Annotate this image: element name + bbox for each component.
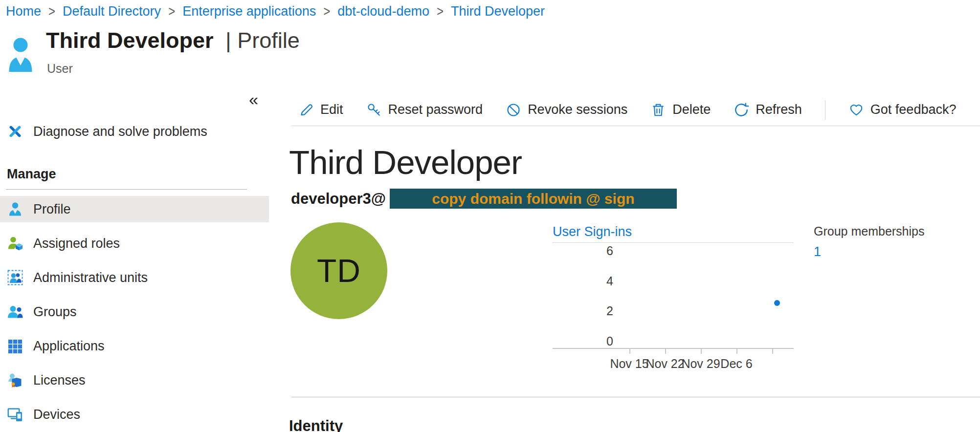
azure-user-profile-page: Home>Default Directory>Enterprise applic… — [0, 0, 980, 432]
licenses-icon — [7, 372, 23, 389]
chart-y-tick-label: 0 — [600, 334, 620, 348]
profile-icon — [7, 201, 23, 217]
applications-icon — [7, 338, 23, 354]
edit-button[interactable]: Edit — [298, 102, 343, 118]
chart-tick-mark — [665, 348, 666, 354]
reset-password-button[interactable]: Reset password — [366, 102, 483, 118]
delete-button[interactable]: Delete — [650, 102, 711, 118]
group-memberships-block: Group memberships 1 — [814, 224, 924, 259]
sidebar-item-groups[interactable]: Groups — [0, 299, 269, 325]
sidebar-item-label: Diagnose and solve problems — [33, 124, 207, 139]
breadcrumb-link-dbt-cloud-demo[interactable]: dbt-cloud-demo — [337, 4, 429, 19]
chart-title-divider — [552, 242, 794, 243]
chart-x-axis — [553, 348, 794, 349]
chart-tick-mark — [701, 348, 702, 354]
chart-tick-mark — [736, 348, 737, 354]
sidebar-item-label: Applications — [33, 339, 105, 354]
sidebar-item-label: Administrative units — [33, 270, 148, 285]
upn-prefix: developer3@ — [291, 190, 386, 208]
page-title-name: Third Developer — [46, 28, 214, 53]
page-title: Third Developer | Profile — [46, 27, 300, 54]
administrative-units-icon — [7, 269, 23, 286]
breadcrumb-link-home[interactable]: Home — [6, 4, 41, 19]
sidebar-item-label: Groups — [33, 304, 77, 320]
breadcrumb-link-enterprise-applications[interactable]: Enterprise applications — [182, 4, 316, 19]
chart-title-link[interactable]: User Sign-ins — [553, 224, 632, 239]
command-toolbar: EditReset passwordRevoke sessionsDeleteR… — [291, 94, 980, 126]
chart-y-tick-label: 4 — [600, 274, 620, 288]
sidebar-item-diagnose-and-solve-problems[interactable]: Diagnose and solve problems — [0, 119, 269, 144]
sidebar-item-licenses[interactable]: Licenses — [0, 367, 269, 393]
sidebar-item-label: Profile — [33, 202, 71, 217]
toolbar-button-label: Edit — [320, 102, 343, 117]
sidebar: Diagnose and solve problemsManageProfile… — [0, 119, 269, 432]
breadcrumb-link-third-developer[interactable]: Third Developer — [451, 4, 545, 19]
sidebar-item-assigned-roles[interactable]: Assigned roles — [0, 230, 269, 257]
sidebar-item-label: Licenses — [33, 373, 86, 388]
assigned-roles-icon — [7, 235, 23, 252]
chart-tick-mark — [629, 348, 630, 354]
chart-y-tick-label: 6 — [600, 244, 620, 258]
heart-icon — [848, 102, 864, 118]
sidebar-item-label: Assigned roles — [33, 236, 120, 251]
pencil-icon — [298, 102, 314, 118]
breadcrumb: Home>Default Directory>Enterprise applic… — [6, 2, 545, 20]
sidebar-item-applications[interactable]: Applications — [0, 333, 269, 359]
sidebar-section-divider — [6, 189, 247, 190]
page-title-suffix: | Profile — [225, 28, 300, 53]
toolbar-button-label: Reset password — [388, 102, 483, 117]
toolbar-divider — [825, 100, 825, 120]
page-subtitle: User — [47, 62, 73, 76]
user-icon — [8, 37, 33, 72]
toolbar-button-label: Delete — [672, 102, 711, 117]
toolbar-button-label: Got feedback? — [870, 102, 957, 117]
breadcrumb-separator: > — [323, 3, 330, 20]
avatar: TD — [290, 222, 387, 319]
breadcrumb-separator: > — [168, 3, 175, 20]
sidebar-collapse-icon[interactable]: « — [249, 92, 258, 107]
devices-icon — [7, 406, 23, 423]
sidebar-item-profile[interactable]: Profile — [0, 196, 269, 222]
block-icon — [506, 102, 521, 118]
toolbar-button-label: Refresh — [756, 102, 802, 117]
revoke-sessions-button[interactable]: Revoke sessions — [506, 102, 627, 118]
diagnose-icon — [7, 123, 23, 140]
sidebar-item-devices[interactable]: Devices — [0, 401, 269, 428]
refresh-icon — [734, 102, 749, 118]
identity-section-heading: Identity — [289, 417, 343, 432]
key-icon — [366, 102, 382, 118]
user-sign-ins-chart: User Sign-ins 0246Nov 15Nov 22Nov 29Dec … — [552, 224, 802, 386]
refresh-button[interactable]: Refresh — [734, 102, 802, 118]
section-divider — [291, 397, 980, 397]
group-memberships-label: Group memberships — [814, 224, 924, 238]
breadcrumb-link-default-directory[interactable]: Default Directory — [63, 4, 161, 19]
chart-y-tick-label: 2 — [600, 304, 620, 318]
groups-icon — [7, 303, 23, 320]
breadcrumb-separator: > — [48, 3, 55, 20]
toolbar-button-label: Revoke sessions — [528, 102, 627, 117]
sidebar-item-label: Devices — [33, 407, 80, 422]
sidebar-item-administrative-units[interactable]: Administrative units — [0, 264, 269, 291]
sidebar-section-label: Manage — [0, 165, 269, 183]
breadcrumb-separator: > — [437, 3, 444, 20]
domain-redaction-overlay: copy domain followin @ sign — [390, 189, 677, 209]
user-principal-name: developer3@ copy domain followin @ sign — [291, 189, 677, 209]
chart-tick-mark — [772, 348, 773, 354]
group-memberships-count-link[interactable]: 1 — [814, 244, 924, 259]
chart-x-tick-label: Dec 6 — [710, 357, 763, 371]
feedback-button[interactable]: Got feedback? — [848, 102, 957, 118]
trash-icon — [650, 102, 666, 118]
signin-data-point — [774, 300, 780, 306]
user-name-heading: Third Developer — [289, 143, 522, 182]
